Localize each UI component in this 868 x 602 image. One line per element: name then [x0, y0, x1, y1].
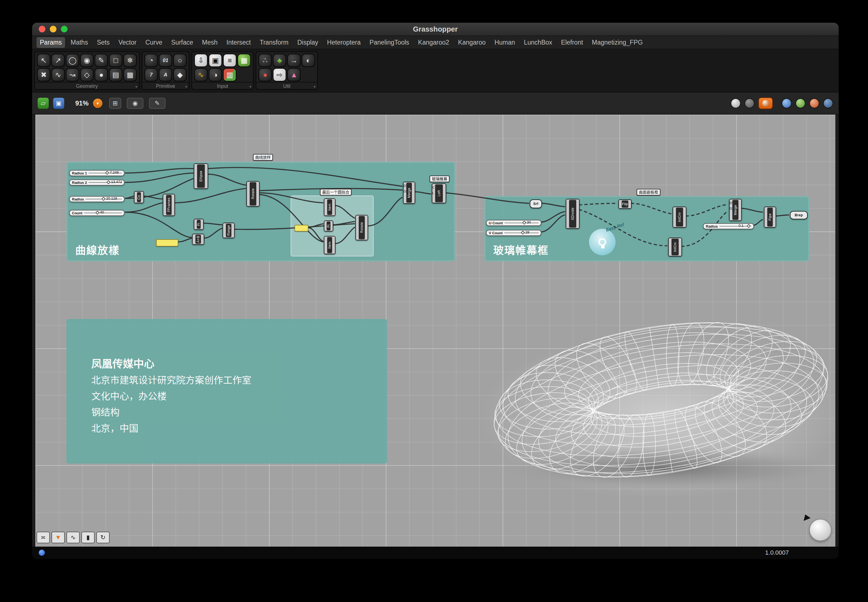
tab-magnetizing-fpg[interactable]: Magnetizing_FPG: [589, 37, 646, 48]
tag-glass[interactable]: 玻璃帷幕: [429, 175, 449, 182]
node-merge[interactable]: D1D2 Merge: [403, 182, 415, 204]
group-expand-icon[interactable]: ▾: [249, 83, 252, 90]
node-loft[interactable]: CL Loft: [432, 183, 446, 203]
history-tool-button[interactable]: ↻: [96, 532, 110, 543]
tab-display[interactable]: Display: [294, 37, 321, 48]
node-surface-param[interactable]: Srf: [530, 200, 542, 208]
fullscreen-button[interactable]: [61, 26, 67, 32]
group-expand-icon[interactable]: ▾: [314, 83, 316, 90]
geometry-arrow-icon[interactable]: ↗: [52, 54, 65, 67]
node-flip[interactable]: Flip: [618, 200, 632, 209]
geometry-curve-icon[interactable]: ∿: [52, 68, 65, 81]
preview-gray-button[interactable]: [731, 98, 741, 108]
input-graph-icon[interactable]: ∿: [194, 68, 208, 81]
preview-eye-button[interactable]: ◉: [127, 98, 143, 109]
slider-pipe-radius[interactable]: Radius 0.1: [703, 223, 754, 229]
tab-transform[interactable]: Transform: [256, 37, 292, 48]
util-arrow-icon[interactable]: →: [287, 54, 301, 67]
group-curve-loft[interactable]: 曲線放樣: [66, 162, 455, 261]
util-jump-icon[interactable]: ⇨: [273, 68, 286, 81]
tab-maths[interactable]: Maths: [67, 37, 91, 48]
node-intcrv[interactable]: IntCrv: [668, 238, 682, 256]
node-pipe[interactable]: Pipe: [764, 207, 776, 227]
node-pi[interactable]: Pi: [324, 220, 333, 232]
paint-tool-button[interactable]: ✎: [149, 98, 166, 109]
slider-v-count[interactable]: V Count 28: [486, 230, 541, 236]
definition-canvas[interactable]: 曲線放樣 玻璃帷幕框: [35, 115, 835, 547]
geometry-pointer-icon[interactable]: ↖: [37, 54, 51, 67]
tab-mesh[interactable]: Mesh: [199, 37, 221, 48]
tab-elefront[interactable]: Elefront: [558, 37, 586, 48]
node-brep-param[interactable]: Brep: [790, 211, 808, 219]
primitive-quarter-icon[interactable]: ◔: [144, 54, 158, 67]
marker-tool-button[interactable]: ▼: [52, 532, 65, 543]
node-pi[interactable]: Pi: [194, 219, 204, 230]
viewport-orange-button[interactable]: [809, 98, 819, 108]
primitive-number-icon[interactable]: 01: [159, 54, 172, 67]
viewport-steel-button[interactable]: [823, 98, 833, 108]
tab-curve[interactable]: Curve: [142, 37, 166, 48]
lasso-tool-button[interactable]: ∿: [66, 532, 80, 543]
input-import-icon[interactable]: ⇩: [194, 54, 208, 67]
device-tool-button[interactable]: ▮: [81, 532, 95, 543]
node-rotate[interactable]: Rotate: [246, 181, 260, 207]
util-tree-icon[interactable]: ♣: [273, 54, 286, 67]
zoom-dropdown-button[interactable]: ▾: [93, 98, 103, 108]
geometry-spline-icon[interactable]: ↝: [66, 68, 79, 81]
tag-last-circle-fit[interactable]: 最后一个圆拟合: [320, 189, 351, 195]
tab-intersect[interactable]: Intersect: [223, 37, 254, 48]
node-sdivide[interactable]: SDivide: [566, 199, 580, 229]
tab-vector[interactable]: Vector: [115, 37, 140, 48]
tab-heteroptera[interactable]: Heteroptera: [324, 37, 364, 48]
viewport-green-button[interactable]: [796, 98, 805, 108]
node-item[interactable]: Item: [324, 198, 336, 216]
node-range[interactable]: Range: [222, 223, 235, 238]
viewport-blue-button[interactable]: [782, 98, 791, 108]
geometry-sphere-icon[interactable]: ●: [95, 68, 108, 81]
close-button[interactable]: [39, 26, 45, 32]
node-merge[interactable]: D1D2 Merge: [729, 199, 742, 221]
primitive-circle-icon[interactable]: ○: [173, 54, 187, 67]
number-panel[interactable]: [294, 225, 308, 232]
open-file-button[interactable]: ▱: [38, 98, 49, 109]
geometry-cancel-icon[interactable]: ✖: [37, 68, 51, 81]
node-pframes[interactable]: PFrames: [163, 194, 175, 216]
preview-shaded-button[interactable]: [758, 97, 773, 109]
input-panel-icon[interactable]: ▣: [209, 54, 222, 67]
node-item[interactable]: Item: [324, 236, 336, 254]
navigation-trackball[interactable]: [809, 519, 831, 541]
geometry-circle-icon[interactable]: ◉: [80, 54, 94, 67]
save-file-button[interactable]: ▣: [53, 98, 64, 109]
tab-human[interactable]: Human: [491, 37, 518, 48]
geometry-mesh-icon[interactable]: ▦: [123, 68, 137, 81]
slider-count[interactable]: Count 40: [69, 210, 124, 216]
node-ellipse[interactable]: Ellipse: [194, 163, 208, 189]
slider-radius-1[interactable]: Radius 1 7.248: [69, 170, 124, 176]
geometry-box-icon[interactable]: □: [109, 54, 122, 67]
tab-kangaroo2[interactable]: Kangaroo2: [415, 37, 452, 48]
tab-kangaroo[interactable]: Kangaroo: [455, 37, 489, 48]
node-intcrv[interactable]: IntCrv: [673, 207, 686, 227]
tab-params[interactable]: Params: [37, 37, 65, 48]
primitive-domain-icon[interactable]: ◆: [173, 68, 187, 81]
geometry-ellipse-icon[interactable]: ◯: [66, 54, 79, 67]
tab-panelingtools[interactable]: PanelingTools: [366, 37, 413, 48]
util-split-icon[interactable]: ◐: [302, 54, 315, 67]
tag-panel-frame[interactable]: 曲面嵌板框: [636, 189, 660, 195]
input-list-icon[interactable]: ≡: [223, 54, 236, 67]
util-relay-icon[interactable]: ∴: [259, 54, 272, 67]
tab-surface[interactable]: Surface: [168, 37, 196, 48]
node-circle[interactable]: Cir: [134, 191, 144, 203]
zoom-extents-button[interactable]: ⊞: [109, 98, 121, 109]
group-expand-icon[interactable]: ▾: [185, 83, 187, 90]
node-rotate[interactable]: Rotate: [356, 215, 368, 240]
tab-lunchbox[interactable]: LunchBox: [521, 37, 555, 48]
geometry-surface-icon[interactable]: ▤: [109, 68, 122, 81]
slider-radius-2[interactable]: Radius 2 13.472: [69, 180, 124, 186]
input-knob-icon[interactable]: ◑: [209, 68, 222, 81]
minimize-button[interactable]: [50, 26, 57, 32]
util-flask-icon[interactable]: ▲: [287, 68, 301, 81]
slider-radius[interactable]: Radius 20.128: [69, 196, 124, 202]
node-addition[interactable]: A+B: [192, 234, 204, 245]
geometry-pencil-icon[interactable]: ✎: [95, 54, 108, 67]
